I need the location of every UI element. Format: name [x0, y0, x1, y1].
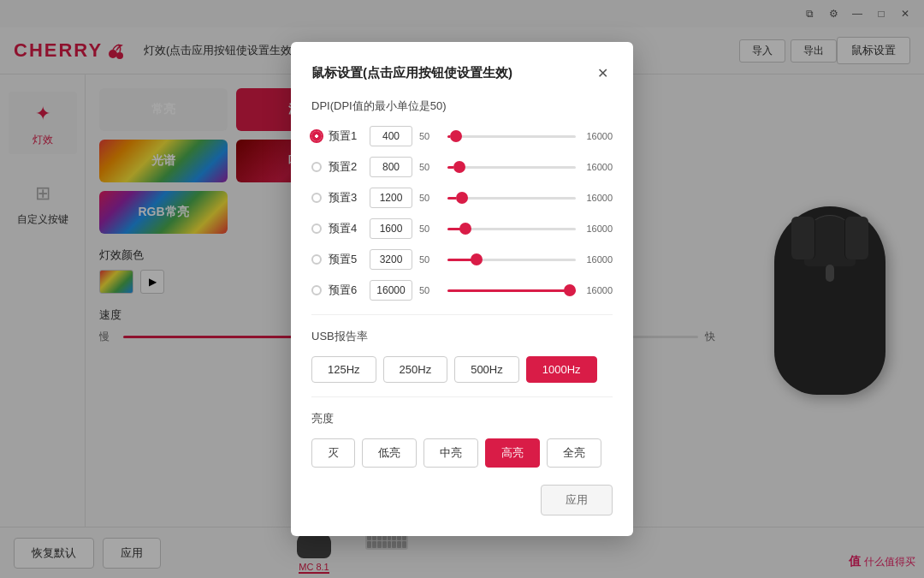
- dpi-preset-label-1: 预置1: [329, 128, 363, 144]
- dpi-row-3: 预置3 1200 50 16000: [311, 188, 613, 208]
- brightness-off-button[interactable]: 灭: [311, 438, 355, 468]
- dpi-row-6: 预置6 16000 50 16000: [311, 280, 613, 301]
- usb-rate-group: 125Hz 250Hz 500Hz 1000Hz: [311, 356, 613, 383]
- modal-overlay: 鼠标设置(点击应用按钮使设置生效) ✕ DPI(DPI值的最小单位是50) 预置…: [0, 0, 924, 578]
- brightness-section-title: 亮度: [311, 411, 613, 426]
- dpi-row-5: 预置5 3200 50 16000: [311, 249, 613, 270]
- dpi-preset-label-6: 预置6: [329, 283, 363, 298]
- divider-1: [311, 314, 613, 315]
- modal-title: 鼠标设置(点击应用按钮使设置生效): [311, 65, 512, 81]
- dpi-slider-wrap-5: [447, 251, 576, 268]
- modal: 鼠标设置(点击应用按钮使设置生效) ✕ DPI(DPI值的最小单位是50) 预置…: [291, 42, 633, 536]
- dpi-row-2: 预置2 800 50 16000: [311, 157, 613, 177]
- brightness-group: 灭 低亮 中亮 高亮 全亮: [311, 438, 613, 468]
- dpi-radio-5[interactable]: [311, 254, 322, 265]
- dpi-value-3[interactable]: 1200: [370, 188, 412, 208]
- dpi-radio-3[interactable]: [311, 193, 322, 203]
- dpi-radio-1[interactable]: [311, 131, 322, 141]
- dpi-radio-4[interactable]: [311, 223, 322, 234]
- dpi-value-4[interactable]: 1600: [370, 218, 412, 239]
- dpi-slider-3[interactable]: [447, 197, 576, 200]
- dpi-section-title: DPI(DPI值的最小单位是50): [311, 98, 613, 114]
- usb-250hz-button[interactable]: 250Hz: [383, 356, 448, 383]
- dpi-slider-4[interactable]: [447, 228, 576, 230]
- modal-footer: 应用: [311, 485, 613, 515]
- usb-1000hz-button[interactable]: 1000Hz: [526, 356, 597, 383]
- dpi-slider-5[interactable]: [447, 259, 576, 261]
- dpi-slider-6[interactable]: [447, 289, 576, 292]
- usb-125hz-button[interactable]: 125Hz: [311, 356, 376, 383]
- dpi-radio-2[interactable]: [311, 162, 322, 172]
- dpi-row-1: 预置1 400 50 16000: [311, 126, 613, 146]
- dpi-radio-6[interactable]: [311, 285, 322, 295]
- dpi-preset-label-4: 预置4: [329, 221, 363, 236]
- usb-500hz-button[interactable]: 500Hz: [454, 356, 519, 383]
- dpi-preset-label-5: 预置5: [329, 252, 363, 267]
- brightness-high-button[interactable]: 高亮: [485, 438, 540, 468]
- modal-close-button[interactable]: ✕: [592, 63, 613, 83]
- dpi-slider-wrap-2: [447, 158, 576, 176]
- dpi-slider-wrap-4: [447, 220, 576, 237]
- dpi-value-6[interactable]: 16000: [370, 280, 412, 301]
- dpi-value-2[interactable]: 800: [370, 157, 412, 177]
- modal-apply-button[interactable]: 应用: [541, 485, 613, 515]
- dpi-value-5[interactable]: 3200: [370, 249, 412, 270]
- dpi-slider-1[interactable]: [447, 135, 576, 138]
- brightness-max-button[interactable]: 全亮: [547, 438, 601, 468]
- brightness-mid-button[interactable]: 中亮: [424, 438, 478, 468]
- dpi-preset-label-3: 预置3: [329, 190, 363, 206]
- dpi-slider-wrap-3: [447, 189, 576, 206]
- brightness-low-button[interactable]: 低亮: [362, 438, 417, 468]
- usb-section-title: USB报告率: [311, 329, 613, 344]
- dpi-slider-2[interactable]: [447, 166, 576, 169]
- dpi-row-4: 预置4 1600 50 16000: [311, 218, 613, 239]
- divider-2: [311, 396, 613, 397]
- dpi-slider-wrap-1: [447, 128, 576, 145]
- modal-header: 鼠标设置(点击应用按钮使设置生效) ✕: [311, 63, 613, 83]
- dpi-value-1[interactable]: 400: [370, 126, 412, 146]
- dpi-slider-wrap-6: [447, 282, 576, 299]
- dpi-preset-label-2: 预置2: [329, 159, 363, 175]
